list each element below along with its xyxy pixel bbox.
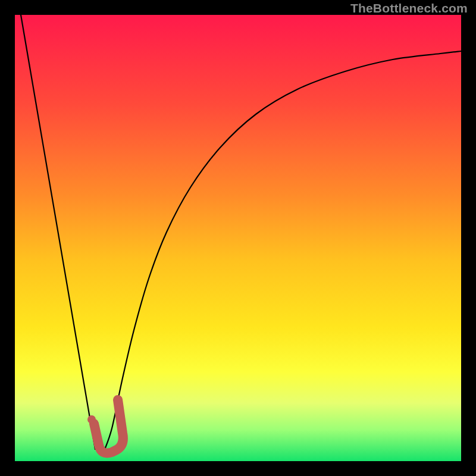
chart-svg: [0, 0, 476, 476]
plot-area: [15, 15, 461, 461]
chart-stage: TheBottleneck.com: [0, 0, 476, 476]
marker-dot-icon: [87, 415, 96, 424]
